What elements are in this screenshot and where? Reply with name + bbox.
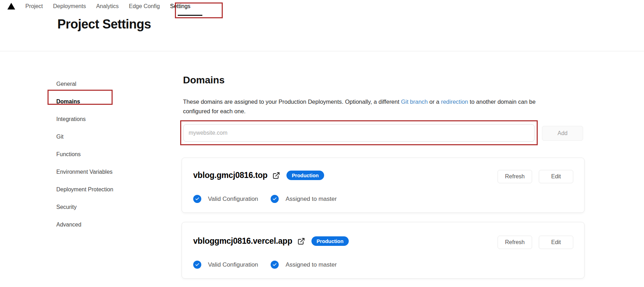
production-badge: Production (311, 236, 349, 246)
refresh-button[interactable]: Refresh (498, 170, 532, 183)
nav-tab-analytics[interactable]: Analytics (96, 3, 119, 10)
assigned-branch-label: Assigned to master (285, 261, 337, 268)
add-domain-button[interactable]: Add (542, 126, 583, 141)
top-nav: Project Deployments Analytics Edge Confi… (25, 3, 190, 10)
sidebar-item-git[interactable]: Git (56, 131, 155, 148)
domains-section-heading: Domains (183, 75, 225, 86)
nav-tab-edge-config[interactable]: Edge Config (129, 3, 160, 10)
annotation-box-domain-input (180, 120, 538, 145)
description-text: to another domain can be (468, 98, 536, 105)
description-text: These domains are assigned to your Produ… (183, 98, 401, 105)
domain-name[interactable]: vbloggmcj0816.vercel.app (193, 236, 292, 246)
valid-configuration-label: Valid Configuration (208, 261, 258, 268)
check-circle-icon (193, 195, 201, 203)
sidebar-item-advanced[interactable]: Advanced (56, 219, 155, 236)
domain-card: vblog.gmcj0816.top Production Refresh Ed… (182, 158, 585, 213)
vercel-logo-icon[interactable] (7, 3, 15, 9)
check-circle-icon (271, 195, 279, 203)
edit-button[interactable]: Edit (539, 236, 573, 249)
domains-description: These domains are assigned to your Produ… (183, 97, 536, 116)
sidebar-item-integrations[interactable]: Integrations (56, 113, 155, 131)
nav-tab-deployments[interactable]: Deployments (53, 3, 86, 10)
refresh-button[interactable]: Refresh (498, 236, 532, 249)
annotation-box-settings (175, 2, 223, 18)
production-badge: Production (286, 171, 324, 180)
page-title: Project Settings (57, 17, 151, 32)
annotation-box-domains (48, 90, 113, 105)
sidebar-item-functions[interactable]: Functions (56, 148, 155, 166)
sidebar-item-deployment-protection[interactable]: Deployment Protection (56, 184, 155, 201)
valid-configuration-label: Valid Configuration (208, 196, 258, 203)
description-line-2: configured for each one. (183, 107, 536, 116)
domain-input[interactable] (183, 124, 535, 142)
description-line-1: These domains are assigned to your Produ… (183, 97, 536, 107)
redirection-link[interactable]: redirection (441, 98, 468, 105)
assigned-branch-label: Assigned to master (285, 196, 337, 203)
sidebar-item-security[interactable]: Security (56, 201, 155, 219)
domain-card: vbloggmcj0816.vercel.app Production Refr… (182, 222, 585, 279)
header: Project Deployments Analytics Edge Confi… (0, 0, 644, 51)
description-text: or a (428, 98, 441, 105)
check-circle-icon (271, 261, 279, 269)
nav-tab-project[interactable]: Project (25, 3, 43, 10)
check-circle-icon (193, 261, 201, 269)
external-link-icon[interactable] (272, 172, 280, 179)
git-branch-link[interactable]: Git branch (401, 98, 428, 105)
sidebar-item-environment-variables[interactable]: Environment Variables (56, 166, 155, 184)
edit-button[interactable]: Edit (539, 170, 573, 183)
external-link-icon[interactable] (297, 237, 305, 245)
domain-name[interactable]: vblog.gmcj0816.top (193, 171, 267, 180)
